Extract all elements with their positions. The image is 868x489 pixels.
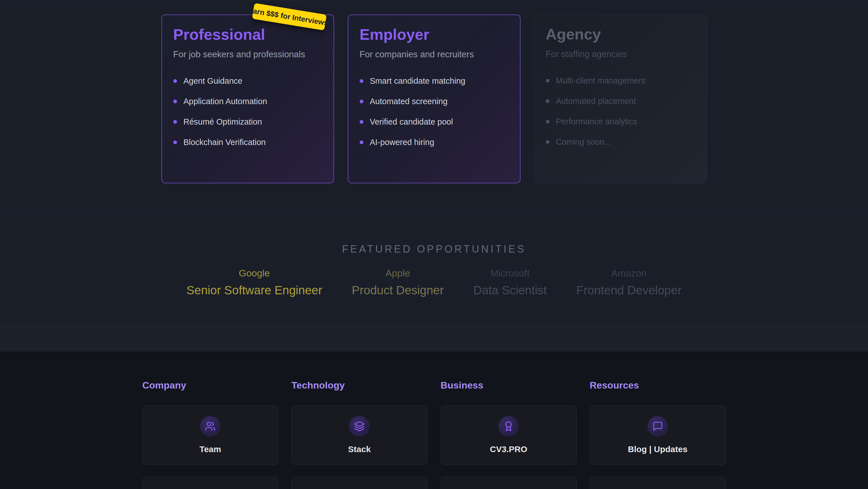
featured-heading: FEATURED OPPORTUNITIES [0,210,868,255]
footer-column-heading: Company [143,379,279,391]
plan-feature: Automated placement [546,97,695,105]
bullet-dot-icon [173,120,177,124]
bullet-dot-icon [360,99,363,103]
footer-card-partial[interactable] [590,477,726,489]
bullet-dot-icon [360,120,363,124]
plan-title: Employer [360,25,508,44]
footer-card-blog[interactable]: Blog | Updates [590,405,726,465]
bullet-dot-icon [173,141,177,144]
plan-feature: Application Automation [173,97,322,106]
plan-feature: Automated screening [360,97,508,106]
footer-card-label: Stack [348,444,371,454]
bullet-dot-icon [360,79,363,83]
opportunity-company: Amazon [577,268,682,279]
plans-grid: Professional For job seekers and profess… [161,0,707,183]
opportunity-item[interactable]: Microsoft Data Scientist [473,268,547,297]
plans-section: Earn $$$ for Interviews! Professional Fo… [0,0,868,210]
bullet-dot-icon [546,99,550,103]
opportunity-role: Product Designer [352,284,444,297]
plan-feature: Agent Guidance [173,77,322,85]
section-spacer [0,324,868,351]
opportunity-company: Microsoft [473,268,547,279]
plan-feature-list: Smart candidate matching Automated scree… [360,77,508,146]
opportunity-role: Senior Software Engineer [186,284,322,297]
footer-card-label: Team [199,444,221,454]
footer-grid: Company Team Technology [143,379,726,489]
footer-card-partial[interactable] [291,477,428,489]
bullet-dot-icon [360,141,363,144]
bullet-dot-icon [546,140,550,144]
plan-feature: Smart candidate matching [360,77,508,85]
footer-card-cv3pro[interactable]: CV3.PRO [440,405,577,465]
plan-feature: Résumé Optimization [173,117,322,126]
footer-column-technology: Technology Stack [291,379,428,489]
footer-card-stack[interactable]: Stack [291,405,428,465]
footer-card-team[interactable]: Team [143,405,279,465]
footer-column-heading: Business [440,379,577,391]
plan-card-employer[interactable]: Employer For companies and recruiters Sm… [348,15,521,183]
plan-feature: Multi-client management [546,76,695,85]
footer-card-partial[interactable] [143,477,279,489]
plan-description: For staffing agencies [546,49,695,59]
plan-feature: Performance analytics [546,117,695,126]
bullet-dot-icon [546,120,550,123]
plan-description: For job seekers and professionals [173,49,322,60]
users-icon [200,416,220,436]
opportunity-role: Frontend Developer [577,284,682,297]
plan-card-professional[interactable]: Professional For job seekers and profess… [161,15,334,183]
footer-column-business: Business CV3.PRO [440,379,577,489]
opportunity-company: Google [186,268,322,279]
plan-card-agency: Agency For staffing agencies Multi-clien… [534,15,707,183]
footer-column-company: Company Team [143,379,279,489]
footer-column-resources: Resources Blog | Updates [590,379,726,489]
footer-card-partial[interactable] [440,477,577,489]
message-icon [648,416,668,436]
footer-card-label: CV3.PRO [490,444,527,454]
bullet-dot-icon [173,79,177,83]
opportunity-role: Data Scientist [473,284,547,297]
plan-feature: Verified candidate pool [360,117,508,126]
featured-opportunities-section: FEATURED OPPORTUNITIES Google Senior Sof… [0,210,868,324]
plan-feature-list: Multi-client management Automated placem… [546,76,695,146]
plan-feature-list: Agent Guidance Application Automation Ré… [173,77,322,146]
opportunity-item[interactable]: Google Senior Software Engineer [186,268,322,297]
plan-feature: Coming soon... [546,138,695,146]
plan-feature: Blockchain Verification [173,138,322,146]
opportunity-company: Apple [352,268,444,279]
plan-title: Professional [173,25,322,44]
plan-description: For companies and recruiters [360,49,508,60]
footer-card-label: Blog | Updates [628,444,688,454]
footer-column-heading: Resources [590,379,726,391]
layers-icon [349,416,370,436]
opportunity-item[interactable]: Amazon Frontend Developer [577,268,682,297]
footer-column-heading: Technology [291,379,428,391]
plan-title: Agency [546,25,695,43]
opportunity-item[interactable]: Apple Product Designer [352,268,444,297]
award-icon [498,416,519,436]
plan-feature: AI-powered hiring [360,138,508,146]
bullet-dot-icon [546,79,550,83]
footer: Company Team Technology [0,351,868,489]
bullet-dot-icon [173,99,177,103]
opportunities-row: Google Senior Software Engineer Apple Pr… [0,268,868,297]
